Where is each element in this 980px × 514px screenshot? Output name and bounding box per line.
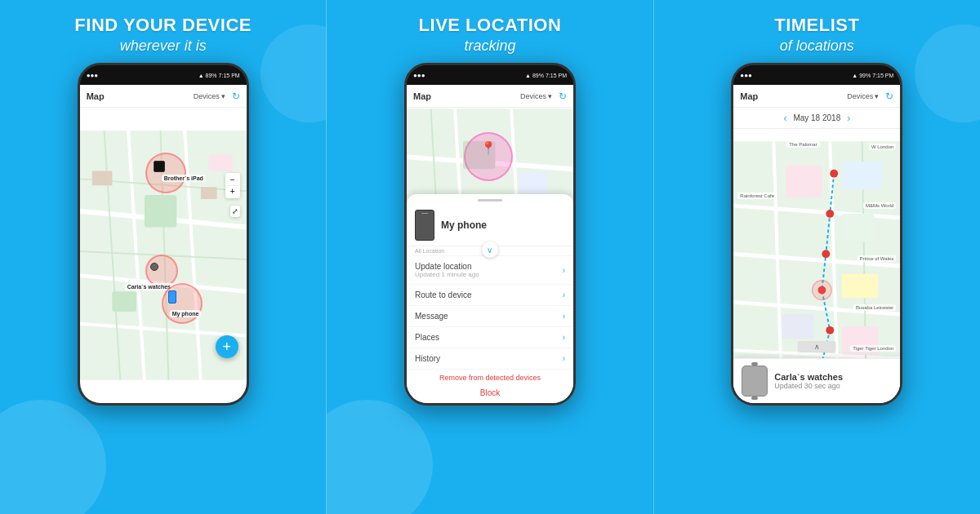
dropdown-icon-2: ▾	[548, 92, 552, 100]
time-text-3: 7:15 PM	[872, 73, 893, 78]
sheet-device-name: My phone	[441, 219, 487, 231]
svg-rect-35	[782, 315, 813, 339]
pulse-watch	[145, 255, 178, 287]
svg-rect-10	[144, 195, 176, 227]
sheet-item-2[interactable]: Message ›	[407, 306, 573, 327]
phone-wrapper-1: ●●● ▲ 89% 7:15 PM Map Devices ▾ ↻	[78, 63, 249, 504]
date-next[interactable]: ›	[847, 113, 850, 124]
phone-frame-3: ●●● ▲ 99% 7:15 PM Map Devices ▾ ↻ ‹ May …	[731, 63, 902, 405]
bottom-sheet: My phone All Location Update location Up…	[407, 194, 573, 403]
phone-frame-1: ●●● ▲ 89% 7:15 PM Map Devices ▾ ↻	[78, 63, 249, 405]
wifi-icon: ▲	[198, 73, 204, 78]
sheet-item-0-sub: Updated 1 minute ago	[415, 271, 479, 278]
sheet-item-1[interactable]: Route to device ›	[407, 285, 573, 306]
refresh-icon-1[interactable]: ↻	[232, 91, 240, 102]
pulse-ipad	[145, 153, 186, 193]
panel-live-location: LIVE LOCATION tracking ●●● ▲ 89% 7:15 PM…	[326, 0, 653, 514]
sheet-item-4[interactable]: History ›	[407, 348, 573, 370]
card-text: Carla`s watches Updated 30 sec ago	[774, 372, 843, 390]
devices-selector-3[interactable]: Devices ▾ ↻	[847, 91, 893, 102]
panel-2-subtitle: tracking	[464, 38, 515, 55]
sheet-item-1-label: Route to device	[415, 290, 472, 299]
place-label-2: W London	[869, 144, 896, 150]
zoom-controls[interactable]: − +	[225, 173, 240, 198]
devices-label-1: Devices	[194, 92, 220, 100]
sheet-item-0[interactable]: Update location Updated 1 minute ago ›	[407, 256, 573, 285]
sheet-item-4-label: History	[415, 354, 440, 363]
place-label-7: Tiger Tiger London	[850, 345, 896, 352]
sheet-arrow-0: ›	[563, 266, 565, 275]
wifi-icon-3: ▲	[852, 73, 858, 78]
sheet-arrow-2: ›	[563, 312, 565, 321]
bottom-card-3: Carla`s watches Updated 30 sec ago	[733, 358, 900, 403]
dropdown-icon-3: ▾	[875, 92, 879, 100]
sheet-collapse[interactable]: ∨	[482, 241, 498, 258]
block-button[interactable]: Block	[407, 386, 573, 400]
refresh-icon-2[interactable]: ↻	[559, 91, 567, 102]
card-updated: Updated 30 sec ago	[774, 382, 843, 390]
panel-1-subtitle: wherever it is	[120, 38, 207, 55]
sheet-arrow-4: ›	[563, 354, 565, 363]
phone-screen-1: Brother`s iPad Carla`s watches My phone …	[80, 108, 247, 403]
time-text: 7:15 PM	[219, 73, 240, 78]
panel-find-device: FIND YOUR DEVICE wherever it is ●●● ▲ 89…	[0, 0, 326, 514]
status-bar: ▲ 89% 7:15 PM	[198, 73, 240, 78]
place-label-4: M&Ms World	[863, 202, 896, 209]
map-title-3: Map	[740, 91, 758, 101]
phone-wrapper-3: ●●● ▲ 99% 7:15 PM Map Devices ▾ ↻ ‹ May …	[731, 63, 902, 504]
bg-decoration-2	[261, 24, 326, 122]
date-bar: ‹ May 18 2018 ›	[733, 108, 900, 129]
remove-button[interactable]: Remove from detected devices	[407, 370, 573, 386]
svg-point-44	[813, 281, 832, 300]
svg-rect-13	[208, 155, 233, 171]
place-label-1: The Palomar	[786, 141, 819, 148]
app-bar-1: Map Devices ▾ ↻	[80, 85, 247, 108]
bg-decoration-4	[915, 24, 980, 122]
zoom-out[interactable]: −	[227, 175, 238, 186]
panel-3-title: TIMELIST	[774, 15, 859, 36]
battery-text: 89%	[206, 73, 217, 78]
status-bar-2: ▲ 89% 7:15 PM	[525, 73, 567, 78]
svg-point-38	[831, 170, 839, 178]
svg-point-42	[826, 326, 835, 335]
card-device-name: Carla`s watches	[774, 372, 843, 382]
devices-selector-2[interactable]: Devices ▾ ↻	[520, 91, 567, 102]
expand-icon[interactable]: ⤢	[230, 206, 240, 217]
sheet-item-3[interactable]: Places ›	[407, 327, 573, 348]
card-expand[interactable]: ∧	[798, 341, 836, 352]
ipad-label: Brother`s iPad	[162, 175, 206, 182]
device-row: My phone	[407, 205, 573, 246]
svg-point-39	[826, 210, 835, 218]
sheet-item-2-label: Message	[415, 312, 448, 321]
app-bar-3: Map Devices ▾ ↻	[733, 85, 900, 108]
phone-notch-3: ●●● ▲ 99% 7:15 PM	[733, 65, 900, 85]
svg-rect-11	[112, 292, 136, 312]
panel-1-title: FIND YOUR DEVICE	[74, 15, 252, 36]
carrier-text: ●●●	[87, 72, 99, 79]
date-label: May 18 2018	[793, 113, 840, 122]
battery-text-2: 89%	[532, 73, 544, 78]
pink-pulse	[464, 132, 513, 181]
ipad-dot	[154, 161, 165, 172]
panel-3-subtitle: of locations	[780, 38, 854, 55]
watch-icon-card	[742, 366, 768, 397]
panel-2-title: LIVE LOCATION	[419, 15, 562, 36]
svg-rect-14	[200, 188, 216, 200]
date-prev[interactable]: ‹	[783, 113, 786, 124]
time-text-2: 7:15 PM	[546, 73, 567, 78]
carrier-text-2: ●●●	[413, 72, 425, 79]
map-title-2: Map	[413, 91, 431, 101]
zoom-in[interactable]: +	[227, 186, 238, 197]
place-label-6: Busaba Leicester	[853, 304, 896, 311]
sheet-item-0-label: Update location	[415, 262, 479, 271]
devices-selector-1[interactable]: Devices ▾ ↻	[194, 91, 240, 102]
add-fab-1[interactable]: +	[216, 335, 238, 358]
phone-frame-2: ●●● ▲ 89% 7:15 PM Map Devices ▾ ↻	[404, 63, 576, 405]
svg-rect-12	[91, 171, 112, 186]
svg-point-40	[822, 250, 831, 259]
refresh-icon-3[interactable]: ↻	[885, 91, 893, 102]
sheet-handle	[478, 199, 502, 202]
svg-rect-34	[842, 274, 878, 299]
svg-rect-31	[786, 166, 822, 197]
dropdown-icon-1: ▾	[221, 92, 225, 100]
